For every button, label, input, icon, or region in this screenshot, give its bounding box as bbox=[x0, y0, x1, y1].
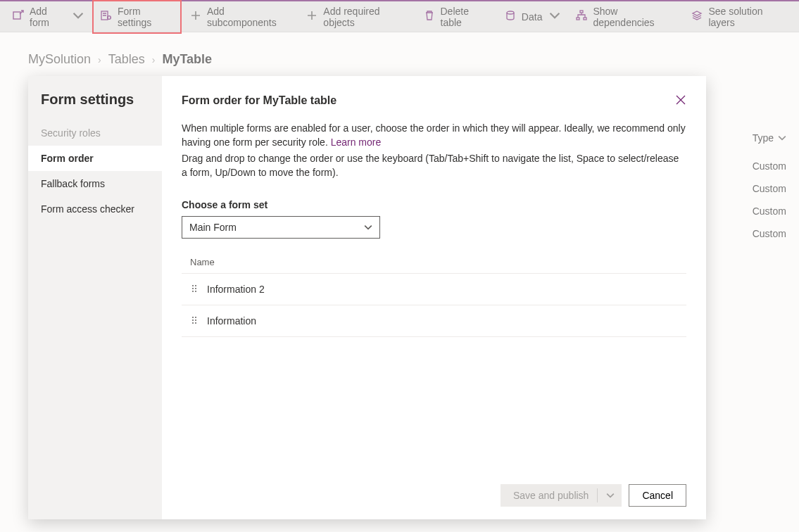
form-settings-panel: Form settings Security roles Form order … bbox=[28, 76, 706, 519]
cancel-button[interactable]: Cancel bbox=[629, 484, 686, 507]
form-list-header: Name bbox=[182, 251, 686, 274]
form-order-row[interactable]: Information 2 bbox=[182, 274, 686, 305]
svg-point-14 bbox=[195, 317, 196, 318]
svg-point-7 bbox=[192, 285, 194, 286]
nav-form-order[interactable]: Form order bbox=[28, 146, 162, 171]
svg-point-9 bbox=[192, 288, 194, 289]
svg-point-16 bbox=[195, 319, 196, 321]
drag-handle-icon[interactable] bbox=[190, 284, 199, 295]
panel-footer: Save and publish Cancel bbox=[182, 484, 686, 507]
panel-heading: Form order for MyTable table bbox=[182, 94, 686, 107]
save-and-publish-button: Save and publish bbox=[501, 484, 622, 507]
panel-description-2: Drag and drop to change the order or use… bbox=[182, 151, 686, 180]
svg-point-15 bbox=[192, 319, 194, 321]
desc-text-1: When multiple forms are enabled for a us… bbox=[182, 122, 686, 148]
panel-main: Form order for MyTable table When multip… bbox=[162, 76, 706, 519]
chevron-down-icon bbox=[606, 491, 615, 500]
learn-more-link[interactable]: Learn more bbox=[331, 137, 382, 148]
drag-handle-icon[interactable] bbox=[190, 315, 199, 327]
form-order-row[interactable]: Information bbox=[182, 305, 686, 337]
button-split-divider bbox=[597, 488, 598, 502]
chevron-down-icon bbox=[364, 223, 372, 232]
svg-point-17 bbox=[192, 322, 194, 324]
svg-point-11 bbox=[192, 291, 194, 292]
nav-fallback-forms[interactable]: Fallback forms bbox=[28, 171, 162, 196]
panel-description-1: When multiple forms are enabled for a us… bbox=[182, 121, 686, 150]
svg-point-18 bbox=[195, 322, 196, 324]
svg-point-13 bbox=[192, 317, 194, 318]
panel-nav: Form settings Security roles Form order … bbox=[28, 76, 162, 519]
close-icon bbox=[675, 94, 686, 106]
save-publish-label: Save and publish bbox=[513, 490, 589, 501]
form-row-label: Information bbox=[207, 315, 256, 327]
panel-title: Form settings bbox=[28, 91, 162, 120]
form-set-select[interactable]: Main Form bbox=[182, 216, 380, 239]
form-row-label: Information 2 bbox=[207, 284, 265, 295]
svg-point-8 bbox=[195, 285, 196, 286]
close-button[interactable] bbox=[669, 89, 692, 111]
form-set-value: Main Form bbox=[189, 222, 237, 233]
nav-security-roles[interactable]: Security roles bbox=[28, 120, 162, 146]
choose-form-set-label: Choose a form set bbox=[182, 199, 686, 210]
svg-point-12 bbox=[195, 291, 196, 292]
svg-point-10 bbox=[195, 288, 196, 289]
nav-form-access-checker[interactable]: Form access checker bbox=[28, 196, 162, 222]
